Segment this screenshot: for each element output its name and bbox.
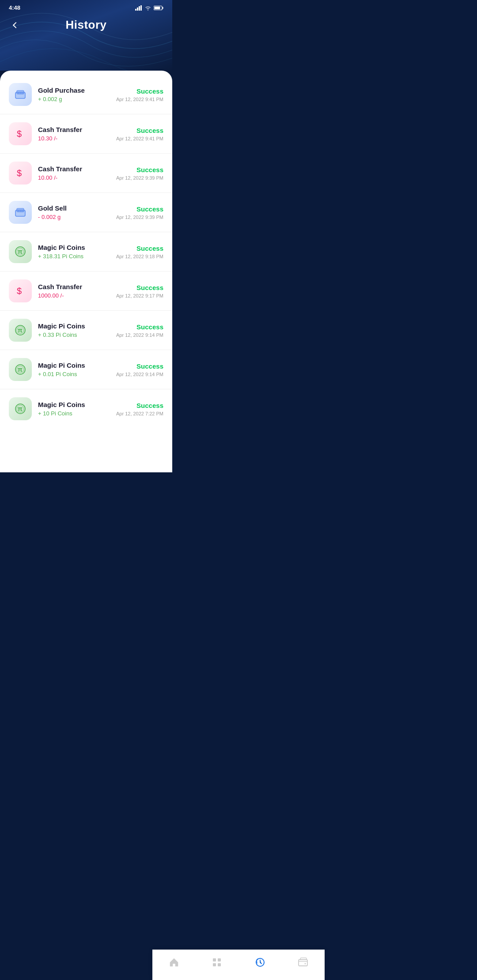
svg-text:π: π [18,405,23,412]
transaction-name: Magic Pi Coins [38,244,116,251]
transaction-status: Success [116,323,163,331]
main-content-card: Gold Purchase + 0.002 g Success Apr 12, … [0,71,172,472]
transaction-right: Success Apr 12, 2022 9:41 PM [116,127,163,141]
transaction-name: Cash Transfer [38,126,116,133]
transaction-status: Success [116,245,163,252]
transaction-status: Success [116,402,163,409]
transaction-item[interactable]: Gold Purchase + 0.002 g Success Apr 12, … [0,75,172,114]
svg-text:$: $ [17,286,22,296]
transaction-details: Cash Transfer 10.30 /- [38,126,116,142]
svg-text:$: $ [17,129,22,139]
transaction-item[interactable]: $ Cash Transfer 1000.00 /- Success Apr 1… [0,271,172,311]
transaction-details: Magic Pi Coins + 318.31 Pi Coins [38,244,116,260]
transaction-status: Success [116,166,163,173]
transaction-icon: $ [9,162,32,185]
transaction-amount: + 0.002 g [38,96,116,102]
back-button[interactable] [9,18,23,32]
transaction-item[interactable]: π Magic Pi Coins + 10 Pi Coins Success A… [0,389,172,428]
transaction-right: Success Apr 12, 2022 9:14 PM [116,323,163,338]
transaction-right: Success Apr 12, 2022 9:17 PM [116,284,163,298]
transaction-icon: $ [9,122,32,145]
transaction-status: Success [116,127,163,134]
svg-text:$: $ [17,168,22,178]
transaction-amount: 10.00 /- [38,174,116,181]
transaction-amount: + 318.31 Pi Coins [38,253,116,260]
transaction-right: Success Apr 12, 2022 9:41 PM [116,87,163,102]
transaction-right: Success Apr 12, 2022 7:22 PM [116,402,163,416]
transaction-name: Gold Purchase [38,87,116,94]
transaction-details: Cash Transfer 1000.00 /- [38,283,116,299]
transaction-details: Magic Pi Coins + 10 Pi Coins [38,401,116,417]
svg-text:π: π [18,366,23,373]
page-header: History [0,14,172,41]
transaction-date: Apr 12, 2022 9:17 PM [116,293,163,298]
transaction-status: Success [116,362,163,370]
transaction-date: Apr 12, 2022 9:18 PM [116,254,163,259]
transaction-item[interactable]: Gold Sell - 0.002 g Success Apr 12, 2022… [0,193,172,232]
transaction-icon: π [9,319,32,342]
transaction-icon: π [9,358,32,381]
transaction-date: Apr 12, 2022 9:39 PM [116,175,163,181]
transaction-right: Success Apr 12, 2022 9:39 PM [116,166,163,181]
transaction-details: Cash Transfer 10.00 /- [38,165,116,181]
transaction-name: Magic Pi Coins [38,362,116,369]
transaction-item[interactable]: π Magic Pi Coins + 318.31 Pi Coins Succe… [0,232,172,271]
transaction-status: Success [116,284,163,291]
transaction-amount: + 0.33 Pi Coins [38,332,116,338]
transaction-name: Cash Transfer [38,165,116,173]
transaction-icon: π [9,397,32,420]
back-chevron-icon [13,22,19,28]
transaction-amount: + 10 Pi Coins [38,410,116,417]
transaction-details: Magic Pi Coins + 0.01 Pi Coins [38,362,116,377]
transaction-item[interactable]: π Magic Pi Coins + 0.01 Pi Coins Success… [0,350,172,389]
transaction-details: Gold Sell - 0.002 g [38,204,116,220]
transaction-amount: + 0.01 Pi Coins [38,371,116,377]
transaction-date: Apr 12, 2022 9:41 PM [116,97,163,102]
transaction-status: Success [116,205,163,213]
svg-text:π: π [18,327,23,334]
transaction-icon: $ [9,279,32,302]
svg-text:π: π [18,248,23,255]
transaction-amount: 1000.00 /- [38,292,116,299]
transaction-right: Success Apr 12, 2022 9:18 PM [116,245,163,259]
transaction-name: Magic Pi Coins [38,322,116,330]
transaction-details: Gold Purchase + 0.002 g [38,87,116,102]
transaction-item[interactable]: $ Cash Transfer 10.00 /- Success Apr 12,… [0,154,172,193]
transaction-date: Apr 12, 2022 9:14 PM [116,372,163,377]
transaction-name: Gold Sell [38,204,116,212]
transaction-list: Gold Purchase + 0.002 g Success Apr 12, … [0,75,172,428]
transaction-item[interactable]: $ Cash Transfer 10.30 /- Success Apr 12,… [0,114,172,154]
transaction-name: Magic Pi Coins [38,401,116,408]
transaction-icon [9,83,32,106]
transaction-amount: - 0.002 g [38,214,116,220]
transaction-right: Success Apr 12, 2022 9:14 PM [116,362,163,377]
transaction-status: Success [116,87,163,95]
transaction-date: Apr 12, 2022 9:14 PM [116,332,163,338]
transaction-date: Apr 12, 2022 7:22 PM [116,411,163,416]
page-title: History [65,18,106,32]
transaction-details: Magic Pi Coins + 0.33 Pi Coins [38,322,116,338]
transaction-name: Cash Transfer [38,283,116,290]
transaction-icon [9,201,32,224]
transaction-item[interactable]: π Magic Pi Coins + 0.33 Pi Coins Success… [0,311,172,350]
transaction-icon: π [9,240,32,263]
transaction-amount: 10.30 /- [38,135,116,142]
transaction-date: Apr 12, 2022 9:39 PM [116,215,163,220]
transaction-date: Apr 12, 2022 9:41 PM [116,136,163,141]
transaction-right: Success Apr 12, 2022 9:39 PM [116,205,163,220]
